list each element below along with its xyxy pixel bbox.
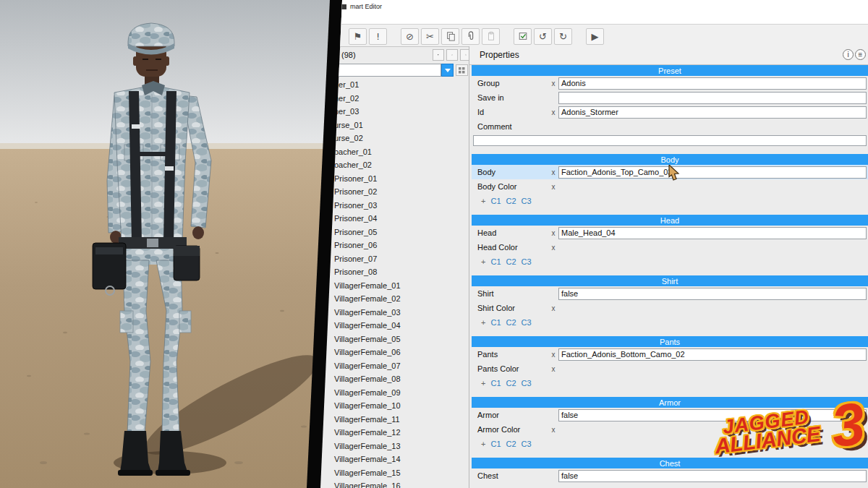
color-slot-c2[interactable]: C2 <box>506 318 516 327</box>
thumbnail-view-button[interactable] <box>456 64 468 76</box>
property-field[interactable]: Adonis_Stormer <box>558 106 867 119</box>
add-color-button[interactable]: + <box>481 318 485 327</box>
color-slot-c1[interactable]: C1 <box>490 318 501 327</box>
property-field[interactable]: false <box>558 470 867 482</box>
property-label: Pants <box>477 350 548 359</box>
color-slot-c3[interactable]: C3 <box>522 379 532 388</box>
cut-button[interactable]: ✂ <box>421 28 439 45</box>
color-slot-c1[interactable]: C1 <box>490 440 501 448</box>
paste-button[interactable] <box>482 28 500 45</box>
list-item-label: VillagerFemale_16 <box>334 481 401 488</box>
property-field[interactable]: Male_Head_04 <box>558 227 867 239</box>
soldier-scene <box>0 0 347 488</box>
clear-button[interactable]: x <box>548 426 558 434</box>
dropdown-arrow-button[interactable] <box>441 64 454 77</box>
list-item[interactable]: VillagerFemale_14 <box>304 453 467 466</box>
clear-button[interactable]: x <box>548 108 558 116</box>
color-slot-c3[interactable]: C3 <box>522 197 532 205</box>
property-field[interactable] <box>558 92 867 104</box>
color-slot-c1[interactable]: C1 <box>490 197 501 205</box>
color-slot-c2[interactable]: C2 <box>506 440 516 448</box>
list-item[interactable]: VillagerFemale_04 <box>304 319 467 333</box>
color-slot-c1[interactable]: C1 <box>490 257 501 266</box>
list-item-label: VillagerFemale_05 <box>334 335 401 343</box>
info-button[interactable]: i <box>843 49 854 60</box>
property-label: Save in <box>477 93 548 102</box>
color-slot-c1[interactable]: C1 <box>490 379 501 388</box>
clear-button[interactable]: x <box>548 365 558 373</box>
undo-button[interactable]: ↺ <box>534 28 552 45</box>
apply-icon <box>518 31 528 41</box>
toolbar: ⚑!⊘✂↺↻▶ <box>349 27 604 45</box>
color-slot-c3[interactable]: C3 <box>522 257 532 266</box>
bookmark-button[interactable]: ⚑ <box>349 28 367 45</box>
list-item[interactable]: VillagerFemale_09 <box>304 386 467 400</box>
list-item[interactable]: VillagerFemale_11 <box>304 413 467 427</box>
list-item[interactable]: VillagerFemale_07 <box>304 359 467 373</box>
section-header[interactable]: Chest <box>472 458 868 468</box>
property-field[interactable]: Faction_Adonis_Bottom_Camo_02 <box>558 348 867 361</box>
3d-viewport[interactable] <box>0 0 347 488</box>
clear-button[interactable]: x <box>548 80 558 87</box>
list-item[interactable]: VillagerFemale_10 <box>304 399 467 413</box>
section-header[interactable]: Armor <box>472 397 868 408</box>
property-field[interactable]: false <box>558 409 867 421</box>
clear-button[interactable]: x <box>548 351 558 359</box>
section-header[interactable]: Shirt <box>472 275 868 286</box>
menu-button[interactable]: ≡ <box>855 49 866 60</box>
color-slot-c2[interactable]: C2 <box>506 257 516 266</box>
list-item[interactable]: VillagerFemale_15 <box>304 466 467 480</box>
property-label: Shirt Color <box>477 304 548 312</box>
list-item[interactable]: VillagerFemale_05 <box>304 333 467 346</box>
section-header[interactable]: Pants <box>472 336 868 347</box>
list-item-label: Prisoner_02 <box>334 187 377 196</box>
forbidden-button[interactable]: ⊘ <box>401 28 419 45</box>
property-label: Body <box>477 168 548 176</box>
property-field[interactable]: Faction_Adonis_Top_Camo_03 <box>558 166 867 179</box>
property-section: Armor Armor false Armor Color x + C1C2C3 <box>472 397 868 450</box>
list-item-label: VillagerFemale_12 <box>334 428 401 437</box>
list-item[interactable]: VillagerFemale_13 <box>304 440 467 453</box>
add-color-button[interactable]: + <box>481 379 485 388</box>
play-button[interactable]: ▶ <box>586 28 604 45</box>
color-slot-c3[interactable]: C3 <box>522 318 532 327</box>
list-item[interactable]: VillagerFemale_06 <box>304 346 467 359</box>
paperclip-button[interactable] <box>461 28 480 45</box>
property-field[interactable]: false <box>558 288 867 300</box>
list-item[interactable]: VillagerFemale_16 <box>304 479 467 488</box>
add-color-button[interactable]: + <box>481 257 485 266</box>
paperclip-icon <box>466 31 476 41</box>
clear-button[interactable]: x <box>548 244 558 252</box>
section-header[interactable]: Preset <box>472 65 868 76</box>
property-row: Save in <box>472 90 868 105</box>
swap-button[interactable] <box>446 49 458 61</box>
windows-button[interactable] <box>433 49 444 61</box>
copy-icon <box>446 31 456 41</box>
bookmark-icon: ⚑ <box>354 31 362 42</box>
color-slot-c2[interactable]: C2 <box>506 197 516 205</box>
section-header[interactable]: Body <box>472 154 868 165</box>
copy-button[interactable] <box>441 28 459 45</box>
redo-button[interactable]: ↻ <box>554 28 572 45</box>
clear-button[interactable]: x <box>548 183 558 191</box>
property-row: Pants x Faction_Adonis_Bottom_Camo_02 <box>472 347 868 361</box>
add-color-button[interactable]: + <box>481 440 485 448</box>
list-item[interactable]: VillagerFemale_08 <box>304 372 467 386</box>
cut-icon: ✂ <box>426 31 434 42</box>
property-label: Pants Color <box>477 364 548 373</box>
list-item[interactable]: VillagerFemale_12 <box>304 426 467 440</box>
color-slots-row: + C1C2C3 <box>472 254 868 268</box>
section-header[interactable]: Head <box>472 215 868 226</box>
property-row: Pants Color x <box>472 361 868 376</box>
filter-input[interactable] <box>336 64 441 77</box>
clear-button[interactable]: x <box>548 229 558 237</box>
comment-field[interactable] <box>473 135 867 146</box>
clear-button[interactable]: x <box>548 304 558 312</box>
color-slot-c2[interactable]: C2 <box>506 379 516 388</box>
color-slot-c3[interactable]: C3 <box>522 440 532 448</box>
clear-button[interactable]: x <box>548 168 558 176</box>
property-field[interactable]: Adonis <box>558 77 867 90</box>
apply-button[interactable] <box>514 28 532 45</box>
add-color-button[interactable]: + <box>481 197 485 205</box>
warning-button[interactable]: ! <box>369 28 387 45</box>
